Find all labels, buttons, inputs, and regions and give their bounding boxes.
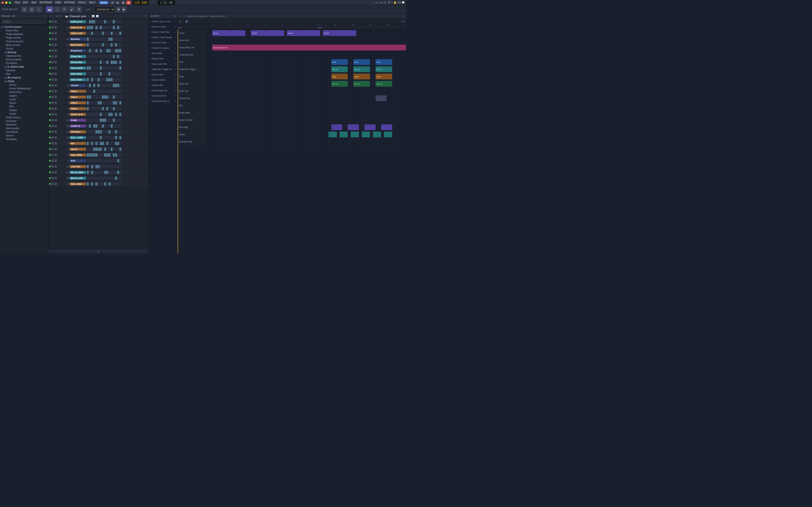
- step-0-13[interactable]: [115, 20, 117, 23]
- step-5-9[interactable]: [106, 49, 108, 52]
- step-12-6[interactable]: [100, 90, 102, 93]
- browser-item-9[interactable]: Demo projects: [0, 58, 48, 61]
- step-6-10[interactable]: [108, 55, 110, 58]
- channel-active-dot-13[interactable]: [49, 96, 51, 98]
- step-27-11[interactable]: [111, 176, 113, 180]
- step-22-8[interactable]: [104, 148, 106, 151]
- channel-row-8[interactable]: ●◎Chor..everb: [48, 65, 148, 71]
- channel-active-dot-19[interactable]: [49, 131, 51, 132]
- channel-row-0[interactable]: ●◎23Ashe..p FX: [48, 19, 148, 24]
- arrangement-tracks[interactable]: VocalVocalVocalVocalVocalVocal DistVocal…: [177, 30, 406, 253]
- channel-row-5[interactable]: ●◎3Break Kick: [48, 48, 148, 54]
- channel-active-dot-17[interactable]: [49, 119, 51, 121]
- step-24-3[interactable]: [93, 159, 95, 163]
- step-17-9[interactable]: [106, 119, 108, 122]
- bpm-display[interactable]: 128.000: [133, 0, 149, 5]
- channel-active-dot-28[interactable]: [49, 183, 51, 185]
- channel-active-dot-9[interactable]: [49, 73, 51, 74]
- arr-track-content-13[interactable]: [207, 124, 406, 131]
- step-13-6[interactable]: [100, 95, 102, 99]
- channel-solo-btn-12[interactable]: ◎: [54, 90, 57, 93]
- arr-track-content-0[interactable]: VocalVocalVocalVocal: [207, 30, 406, 37]
- channel-row-7[interactable]: ●◎Chord..ilter: [48, 59, 148, 65]
- channel-name-10[interactable]: Chor..lume: [69, 78, 86, 81]
- channel-row-10[interactable]: ●◎Chor..lume: [48, 77, 148, 82]
- step-23-0[interactable]: [87, 153, 89, 157]
- step-14-12[interactable]: [113, 101, 115, 105]
- step-11-6[interactable]: [100, 84, 102, 87]
- channel-mute-btn-25[interactable]: ●: [51, 165, 54, 168]
- step-13-3[interactable]: [93, 95, 95, 99]
- step-28-0[interactable]: [87, 182, 89, 186]
- step-11-0[interactable]: [87, 84, 89, 87]
- browser-item-8[interactable]: Clipboard files: [0, 54, 48, 58]
- step-28-4[interactable]: [95, 182, 97, 186]
- step-4-1[interactable]: [89, 43, 91, 47]
- channel-solo-btn-19[interactable]: ◎: [54, 130, 57, 133]
- step-27-1[interactable]: [89, 176, 91, 180]
- automation-item-8[interactable]: Saw Lead Filter↗: [149, 61, 177, 67]
- arr-track-content-9[interactable]: [207, 95, 406, 102]
- automation-item-4[interactable]: Chord FX Mute↗: [149, 40, 177, 45]
- step-14-7[interactable]: [102, 101, 104, 105]
- arr-track-content-10[interactable]: [207, 102, 406, 109]
- step-11-13[interactable]: [115, 84, 117, 87]
- step-17-14[interactable]: [117, 119, 119, 122]
- step-17-3[interactable]: [93, 119, 95, 122]
- automation-item-9[interactable]: Sidechain Trigger #3↗: [149, 67, 177, 72]
- stop-btn[interactable]: ⏹: [121, 1, 125, 5]
- step-7-3[interactable]: [93, 61, 95, 64]
- step-4-9[interactable]: [106, 43, 108, 47]
- step-12-0[interactable]: [87, 90, 89, 93]
- step-12-2[interactable]: [91, 90, 93, 93]
- step-8-4[interactable]: [95, 66, 97, 70]
- step-8-13[interactable]: [115, 66, 117, 70]
- channel-solo-btn-18[interactable]: ◎: [54, 125, 57, 127]
- step-12-15[interactable]: [119, 90, 121, 93]
- step-20-12[interactable]: [113, 136, 115, 139]
- channel-active-dot-6[interactable]: [49, 56, 51, 57]
- automation-item-7[interactable]: Plucky Filter↗: [149, 56, 177, 61]
- channel-mute-btn-16[interactable]: ●: [51, 113, 54, 116]
- step-26-2[interactable]: [91, 171, 93, 174]
- step-13-2[interactable]: [91, 95, 93, 99]
- channel-active-dot-15[interactable]: [49, 108, 51, 109]
- step-24-4[interactable]: [95, 159, 97, 163]
- channel-name-27[interactable]: MA S..re FX: [69, 177, 86, 180]
- step-27-8[interactable]: [104, 176, 106, 180]
- channel-row-21[interactable]: ●◎8Hat: [48, 140, 148, 146]
- step-2-8[interactable]: [104, 32, 106, 35]
- step-26-8[interactable]: [104, 171, 106, 174]
- step-27-9[interactable]: [106, 176, 108, 180]
- step-13-11[interactable]: [111, 95, 113, 99]
- automation-link-12[interactable]: ↗: [175, 84, 176, 86]
- step-27-3[interactable]: [93, 176, 95, 180]
- step-5-4[interactable]: [95, 49, 97, 52]
- browser-item-13[interactable]: Misc: [0, 72, 48, 76]
- step-13-9[interactable]: [106, 95, 108, 99]
- automation-link-15[interactable]: ↗: [175, 100, 176, 102]
- step-7-0[interactable]: [87, 61, 89, 64]
- step-10-4[interactable]: [95, 78, 97, 81]
- step-19-14[interactable]: [117, 130, 119, 133]
- step-7-11[interactable]: [111, 61, 113, 64]
- channel-solo-btn-23[interactable]: ◎: [54, 154, 57, 156]
- step-15-12[interactable]: [113, 107, 115, 110]
- arr-block-5-1[interactable]: Sid..er: [353, 66, 370, 72]
- step-15-15[interactable]: [119, 107, 121, 110]
- step-16-3[interactable]: [93, 113, 95, 116]
- arr-block-6-1[interactable]: Clap: [353, 74, 370, 79]
- metronome-btn[interactable]: ◎: [29, 6, 35, 12]
- channel-active-dot-11[interactable]: [49, 84, 51, 86]
- browser-item-18[interactable]: Instruments: [0, 90, 48, 94]
- arr-block-13-1[interactable]: [348, 124, 359, 130]
- step-26-7[interactable]: [102, 171, 104, 174]
- step-2-2[interactable]: [91, 32, 93, 35]
- arr-block-5-2[interactable]: Sid..er: [375, 66, 392, 72]
- step-28-11[interactable]: [111, 182, 113, 186]
- step-6-14[interactable]: [117, 55, 119, 58]
- song-mode-btn[interactable]: SONG: [99, 1, 108, 4]
- channel-active-dot-3[interactable]: [49, 38, 51, 40]
- automation-link-10[interactable]: ↗: [175, 73, 176, 75]
- step-21-10[interactable]: [108, 142, 110, 145]
